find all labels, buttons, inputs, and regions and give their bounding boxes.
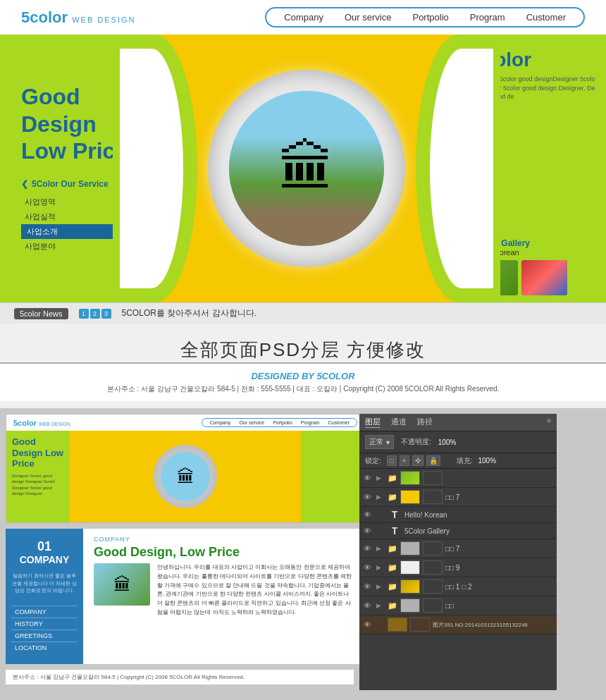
ps-expand-7[interactable]: ▶ (376, 602, 385, 609)
mini-nav-program: Program (301, 420, 320, 425)
site-hero: Good Design Low Price ❮ 5Color Our Servi… (0, 35, 606, 302)
ps-lock-label: 锁定: (365, 456, 381, 466)
ps-fill-value[interactable]: 100% (478, 457, 496, 465)
ps-panel: 图层 通道 路径 ≡ 正常 ▾ 不透明度: 100% 锁定: □ + ✜ 🔒 填… (359, 414, 557, 690)
news-dot-2[interactable]: 2 (90, 309, 100, 319)
news-label: 5color News (14, 308, 68, 319)
building-image (229, 91, 384, 246)
ps-layer-6[interactable]: 👁 ▶ 📁 □□ 1 □ 2 (359, 577, 557, 596)
ps-layer-7[interactable]: 👁 ▶ 📁 □□ (359, 596, 557, 615)
ps-panel-close[interactable]: ≡ (547, 417, 551, 428)
nav-program[interactable]: Program (470, 12, 505, 23)
ps-eye-3[interactable]: 👁 (364, 527, 373, 535)
ps-eye-4[interactable]: 👁 (364, 544, 373, 553)
ps-lock-image[interactable]: + (400, 455, 409, 466)
ps-lock-position[interactable]: ✜ (412, 455, 423, 466)
ps-expand-6[interactable]: ▶ (376, 583, 385, 590)
ps-thumb2-6 (423, 579, 443, 594)
ps-thumb-6 (400, 579, 420, 594)
site-header: 5color WEB DESIGN Company Our service Po… (0, 0, 606, 35)
ps-opacity-value[interactable]: 100% (438, 438, 457, 446)
mini-nav-portpolio: Portpolio (273, 420, 292, 425)
ps-eye-6[interactable]: 👁 (364, 582, 373, 591)
company-body: 🏛 안녕하십니다. 우리를 대표의 사업이고 이회사는 오래동안 전문으로 제공… (94, 563, 354, 618)
ps-layer-8[interactable]: 👁 ▶ 图片391 NO:20141031223105132248 (359, 615, 557, 634)
company-image: 🏛 (94, 563, 150, 606)
ps-eye-5[interactable]: 👁 (364, 563, 373, 572)
ps-text-icon-3: T (388, 525, 402, 536)
ps-layer-name-1: □□ 7 (445, 493, 552, 501)
ps-lock-transparent[interactable]: □ (387, 455, 397, 466)
ps-thumb-1 (400, 490, 420, 504)
ps-thumb-4 (400, 541, 420, 555)
company-desc: 말씀하기 원하시면 좋은 솔루션을 제공합니다 더 자세한 상담은 전화로 문의… (11, 572, 78, 595)
mini-footer: 본사주소 : 서울 강남구 건물오칼라 584-5 | Copyright (C… (6, 670, 354, 684)
ps-layer-name-7: □□ (445, 602, 552, 610)
company-menu-item-3[interactable]: LOCATION (11, 641, 78, 653)
ps-layer-0[interactable]: 👁 ▶ 📁 (359, 469, 557, 488)
hero-left: Good Design Low Price ❮ 5Color Our Servi… (0, 35, 155, 302)
ps-expand-3: ▶ (376, 527, 385, 534)
ps-folder-icon-1: 📁 (388, 493, 397, 502)
ps-thumb2-0 (423, 471, 443, 485)
nav-customer[interactable]: Customer (526, 12, 566, 23)
ps-layer-1[interactable]: 👁 ▶ 📁 □□ 7 (359, 488, 557, 507)
nav-service[interactable]: Our service (345, 12, 391, 23)
company-name-big: COMPANY (20, 554, 70, 565)
gallery-thumb-1 (521, 260, 567, 295)
mini-nav-company: Company (209, 420, 230, 425)
ps-tab-paths[interactable]: 路径 (417, 417, 433, 428)
company-title: Good Design, Low Price (94, 545, 354, 560)
ps-folder-icon-6: 📁 (388, 582, 397, 591)
mini-header: 5color WEB DESIGN Company Our service Po… (6, 415, 364, 431)
nav-portpolio[interactable]: Portpolio (412, 12, 448, 23)
ps-layer-name-2: Hello! Korean (404, 511, 552, 519)
ps-thumb2-8 (410, 618, 430, 632)
mini-logo: 5color WEB DESIGN (13, 419, 70, 427)
ps-thumb-8 (388, 618, 407, 632)
website-full-preview: 5color WEB DESIGN Company Our service Po… (0, 0, 606, 324)
news-bar: 5color News 1 2 3 5COLOR를 찾아주셔서 감사합니다. (0, 302, 606, 324)
nav-company[interactable]: Company (284, 12, 323, 23)
company-num: 01 (37, 539, 51, 554)
ps-thumb-0 (400, 471, 420, 485)
ps-eye-1[interactable]: 👁 (364, 493, 373, 501)
mini-nav: Company Our service Portpolio Program Cu… (202, 418, 357, 427)
ps-expand-4[interactable]: ▶ (376, 545, 385, 552)
ps-layer-name-6: □□ 1 □ 2 (445, 583, 552, 591)
company-menu-item-0[interactable]: COMPANY (11, 606, 78, 618)
ps-eye-2[interactable]: 👁 (364, 510, 373, 519)
ps-blend-dropdown[interactable]: 正常 ▾ (365, 435, 394, 449)
ps-expand-5[interactable]: ▶ (376, 564, 385, 571)
ps-expand-0[interactable]: ▶ (376, 474, 385, 481)
news-dot-3[interactable]: 3 (101, 309, 111, 319)
ps-eye-7[interactable]: 👁 (364, 601, 373, 610)
ps-tab-layers[interactable]: 图层 (365, 417, 381, 428)
ps-layer-3[interactable]: 👁 ▶ T 5Color Gallery (359, 523, 557, 539)
news-dot-1[interactable]: 1 (79, 309, 89, 319)
company-menu-item-1[interactable]: HISTORY (11, 618, 78, 630)
mini-desc: Designer 5color good design Designer 5co… (12, 473, 64, 497)
left-column: 5color WEB DESIGN Company Our service Po… (0, 408, 359, 690)
footer-info: 본사주소 : 서울 강남구 건물오칼라 584-5 | 전화 : 555-555… (21, 384, 585, 394)
mini-tagline: GoodDesign Low Price (12, 436, 64, 469)
site-nav[interactable]: Company Our service Portpolio Program Cu… (265, 7, 585, 27)
ps-layers-container: 👁 ▶ 📁 👁 ▶ 📁 □□ 7 👁 ▶ T Hello! Korea (359, 469, 557, 634)
ps-layer-4[interactable]: 👁 ▶ 📁 □□ 7 (359, 539, 557, 558)
ps-layer-2[interactable]: 👁 ▶ T Hello! Korean (359, 507, 557, 523)
mini-right (301, 431, 364, 522)
ps-eye-0[interactable]: 👁 (364, 474, 373, 482)
ps-layer-name-3: 5Color Gallery (404, 527, 552, 535)
ps-folder-icon-5: 📁 (388, 563, 397, 572)
hero-circle-outer (208, 70, 405, 267)
ps-eye-8[interactable]: 👁 (364, 620, 373, 629)
ps-lock-all[interactable]: 🔒 (426, 455, 440, 466)
ps-layer-5[interactable]: 👁 ▶ 📁 □□ 9 (359, 558, 557, 577)
ps-expand-1[interactable]: ▶ (376, 493, 385, 501)
company-menu-item-2[interactable]: GREETINGS (11, 630, 78, 641)
ps-lock-icons: □ + ✜ 🔒 (387, 455, 440, 466)
ps-thumb2-1 (423, 490, 443, 504)
ps-tab-channels[interactable]: 通道 (391, 417, 407, 428)
mini-nav-customer: Customer (328, 420, 350, 425)
mini-preview: 5color WEB DESIGN Company Our service Po… (6, 414, 365, 523)
